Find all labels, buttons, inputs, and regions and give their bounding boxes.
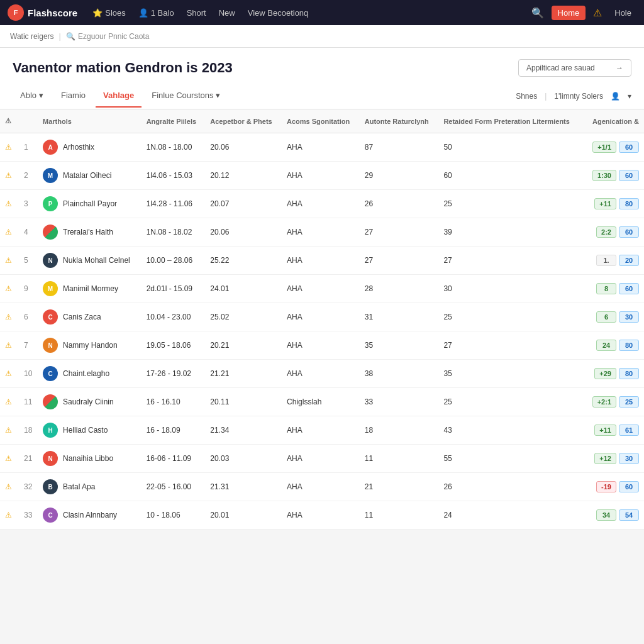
team-name: Clasin Alnnbany [63,511,117,519]
cell-acoms: Chiglsslah [282,388,360,416]
cell-name: C Clasin Alnnbany [38,501,142,530]
badge-secondary: 60 [619,142,639,153]
warn-indicator: ⚠ [5,284,12,293]
cell-autonte: 26 [360,190,439,218]
subnav-search[interactable]: 🔍 Ezguour Pnnic Caota [66,32,149,41]
tab-separator: | [545,92,547,101]
col-retained: Retaided Form Preteration Litermients [438,109,583,133]
cell-autonte: 18 [360,416,439,445]
team-logo: C [43,309,58,325]
cell-score: 20.01 [205,501,282,530]
tab-right-label2[interactable]: 1'limnty Solers [554,92,603,101]
table-row[interactable]: ⚠ 9 M Manimil Mormey 2d.01l - 15.09 24.0… [0,275,644,303]
table-row[interactable]: ⚠ 5 N Nukla Mohall Celnel 10.00 – 28.06 … [0,247,644,275]
nav-sloes[interactable]: ⭐ Sloes [87,6,131,20]
table-row[interactable]: ⚠ 1 A Arhosthix 1N.08 - 18.00 20.06 AHA … [0,133,644,162]
nav-home[interactable]: Home [552,6,586,20]
cell-agenic: 2:2 60 [584,218,644,247]
search-box[interactable]: Appilticad are sauad → [518,59,631,77]
nav-short[interactable]: Short [182,6,211,20]
team-name: Saudraly Ciinin [63,397,114,406]
nav-hole[interactable]: Hole [609,6,636,20]
chevron-down-icon-2: ▾ [216,91,220,100]
cell-acoms: AHA [282,416,360,445]
subnav-search-icon: 🔍 [66,32,75,41]
cell-dates: 19.05 - 18.06 [142,331,206,360]
tab-ablo[interactable]: Ablo ▾ [13,84,51,108]
badge-primary: +11 [594,425,616,436]
cell-score: 20.11 [205,388,282,416]
nav-view[interactable]: View Becoetionq [243,6,314,20]
team-logo: P [43,196,58,211]
page-header: Vanentor mation Gendron is 2023 Appiltic… [0,48,644,83]
cell-score: 20.06 [205,133,282,162]
tab-fiamio[interactable]: Fiamio [53,84,93,108]
cell-warn: ⚠ [0,133,19,162]
cell-acoms: AHA [282,218,360,247]
team-logo: N [43,451,58,466]
cell-acoms: AHA [282,501,360,530]
table-row[interactable]: ⚠ 2 M Matalar Oiheci 1l4.06 - 15.03 20.1… [0,162,644,190]
cell-agenic: 8 60 [584,275,644,303]
warn-indicator: ⚠ [5,511,12,519]
tab-right-options: Shnes | 1'limnty Solers 👤 ▾ [516,92,631,101]
table-row[interactable]: ⚠ 7 N Nammy Handon 19.05 - 18.06 20.21 A… [0,331,644,360]
table-row[interactable]: ⚠ 6 C Canis Zaca 10.04 - 23.00 25.02 AHA… [0,303,644,331]
table-row[interactable]: ⚠ 3 P Plainchall Payor 1l4.28 - 11.06 20… [0,190,644,218]
tab-finlue[interactable]: Finlue Courstons ▾ [144,84,228,108]
cell-warn: ⚠ [0,331,19,360]
cell-score: 20.21 [205,331,282,360]
team-name: Manimil Mormey [63,284,118,293]
cell-rank: 11 [19,388,38,416]
cell-warn: ⚠ [0,501,19,530]
team-logo: H [43,423,58,438]
col-acoms: Acoms Sgonitation [282,109,360,133]
tab-right-label1[interactable]: Shnes [516,92,537,101]
cell-acoms: AHA [282,247,360,275]
table-row[interactable]: ⚠ 21 N Nanaihia Libbo 16-06 - 11.09 20.0… [0,445,644,473]
cell-score: 20.07 [205,190,282,218]
cell-acoms: AHA [282,190,360,218]
cell-name: N Nanaihia Libbo [38,445,142,473]
nav-1balo[interactable]: 👤 1 Balo [133,6,179,20]
table-row[interactable]: ⚠ 33 C Clasin Alnnbany 10 - 18.06 20.01 … [0,501,644,530]
table-row[interactable]: ⚠ 4 Treralai's Halth 1N.08 - 18.02 20.06… [0,218,644,247]
badge-secondary: 60 [619,226,639,238]
cell-agenic: 34 54 [584,501,644,530]
col-score: Acepetbor & Phets [205,109,282,133]
cell-acoms: AHA [282,360,360,388]
cell-score: 24.01 [205,275,282,303]
cell-autonte: 11 [360,501,439,530]
cell-warn: ⚠ [0,162,19,190]
cell-rank: 6 [19,303,38,331]
cell-name: P Plainchall Payor [38,190,142,218]
badge-secondary: 20 [619,255,639,266]
cell-warn: ⚠ [0,416,19,445]
cell-acoms: AHA [282,303,360,331]
top-navigation: F Flashscore ⭐ Sloes 👤 1 Balo Short New … [0,0,644,25]
tab-vahlage[interactable]: Vahlage [96,84,142,108]
search-icon[interactable]: 🔍 [531,7,544,19]
table-row[interactable]: ⚠ 18 H Helliad Casto 16 - 18.09 21.34 AH… [0,416,644,445]
warning-icon[interactable]: ⚠ [593,7,602,19]
table-row[interactable]: ⚠ 32 B Batal Apa 22-05 - 16.00 21.31 AHA… [0,473,644,501]
cell-agenic: +12 30 [584,445,644,473]
cell-score: 21.31 [205,473,282,501]
cell-dates: 1l4.28 - 11.06 [142,190,206,218]
warn-indicator: ⚠ [5,171,12,180]
cell-retained: 39 [438,218,583,247]
table-row[interactable]: ⚠ 11 Saudraly Ciinin 16 - 16.10 20.11 Ch… [0,388,644,416]
star-icon: ⭐ [92,8,103,18]
cell-autonte: 27 [360,247,439,275]
nav-new[interactable]: New [214,6,240,20]
logo[interactable]: F Flashscore [8,4,77,21]
cell-acoms: AHA [282,275,360,303]
team-name: Arhosthix [63,143,94,152]
cell-name: C Chaint.elagho [38,360,142,388]
cell-dates: 1N.08 - 18.00 [142,133,206,162]
cell-warn: ⚠ [0,275,19,303]
subnav-label[interactable]: Watic reigers [10,32,54,41]
table-row[interactable]: ⚠ 10 C Chaint.elagho 17-26 - 19.02 21.21… [0,360,644,388]
cell-name: C Canis Zaca [38,303,142,331]
cell-agenic: 1. 20 [584,247,644,275]
